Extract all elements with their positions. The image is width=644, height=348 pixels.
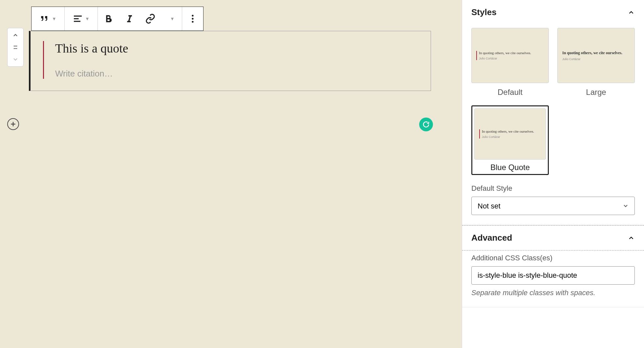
style-option-large[interactable]: In quoting others, we cite ourselves. Ju… <box>557 28 635 97</box>
add-block-button[interactable] <box>7 118 19 130</box>
move-down-button[interactable] <box>8 53 23 65</box>
svg-point-2 <box>16 46 17 47</box>
style-option-blue-quote[interactable]: In quoting others, we cite ourselves. Ju… <box>471 105 549 175</box>
svg-point-1 <box>15 46 16 47</box>
styles-grid: In quoting others, we cite ourselves. Ju… <box>471 28 635 175</box>
block-mover <box>7 28 24 67</box>
advanced-panel-toggle[interactable]: Advanced <box>462 225 644 250</box>
chevron-down-icon: ▼ <box>85 16 90 21</box>
style-label: Blue Quote <box>474 163 546 172</box>
move-up-button[interactable] <box>8 30 23 41</box>
quote-text[interactable]: This is a quote <box>55 41 418 55</box>
block-toolbar: ▼ ▼ ▼ <box>31 7 204 31</box>
more-options-button[interactable] <box>182 7 203 31</box>
citation-input[interactable]: Write citation… <box>55 69 418 79</box>
svg-point-5 <box>16 48 17 49</box>
more-formatting-button[interactable]: ▼ <box>161 7 182 31</box>
default-style-label: Default Style <box>471 184 635 193</box>
block-type-button[interactable]: ▼ <box>32 7 64 31</box>
panel-title: Styles <box>471 7 497 17</box>
quote-block[interactable]: This is a quote Write citation… <box>29 31 431 91</box>
chevron-up-icon <box>628 234 635 242</box>
svg-point-11 <box>192 21 193 23</box>
style-label: Default <box>471 88 549 97</box>
svg-point-3 <box>14 48 15 49</box>
settings-sidebar: Styles In quoting others, we cite oursel… <box>462 0 644 348</box>
align-button[interactable]: ▼ <box>65 7 97 31</box>
svg-point-0 <box>14 46 15 47</box>
advanced-panel: Advanced Additional CSS Class(es) Separa… <box>462 225 644 307</box>
chevron-down-icon: ▼ <box>170 16 175 21</box>
italic-button[interactable] <box>119 7 140 31</box>
drag-handle[interactable] <box>8 41 23 53</box>
grammarly-icon[interactable] <box>419 118 433 131</box>
panel-title: Advanced <box>471 233 512 243</box>
css-help-text: Separate multiple classes with spaces. <box>471 289 635 297</box>
link-button[interactable] <box>140 7 161 31</box>
svg-point-10 <box>192 18 193 19</box>
style-label: Large <box>557 88 635 97</box>
svg-point-4 <box>15 48 16 49</box>
default-style-select[interactable]: Not set <box>471 197 635 215</box>
bold-button[interactable] <box>98 7 119 31</box>
svg-point-9 <box>192 15 193 16</box>
css-classes-label: Additional CSS Class(es) <box>471 254 635 262</box>
styles-panel: Styles In quoting others, we cite oursel… <box>462 0 644 225</box>
chevron-down-icon: ▼ <box>52 16 56 21</box>
chevron-up-icon <box>628 9 635 16</box>
styles-panel-toggle[interactable]: Styles <box>462 0 644 25</box>
css-classes-input[interactable] <box>471 266 635 285</box>
style-option-default[interactable]: In quoting others, we cite ourselves. Ju… <box>471 28 549 97</box>
editor-canvas: ▼ ▼ ▼ <box>0 0 462 348</box>
